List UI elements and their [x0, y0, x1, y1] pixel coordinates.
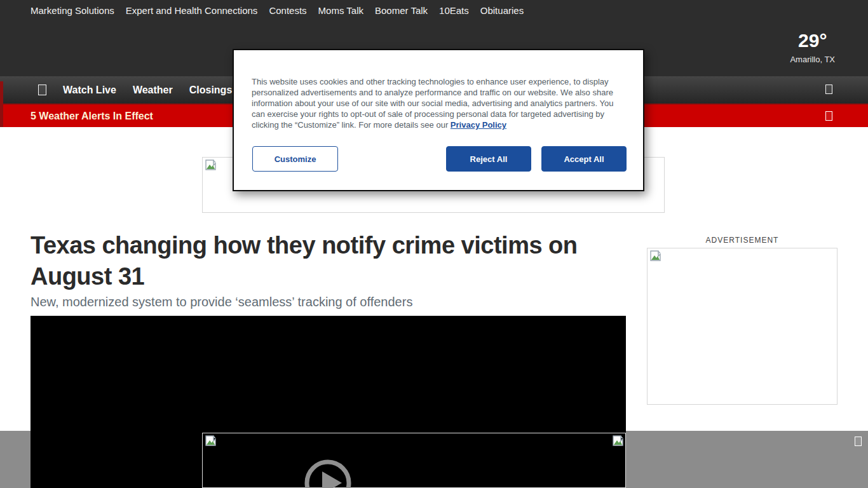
broken-image-icon [205, 159, 216, 170]
customize-button[interactable]: Customize [252, 146, 338, 172]
chevron-right-icon[interactable] [825, 111, 832, 121]
topbar-item-boomer-talk[interactable]: Boomer Talk [375, 5, 428, 16]
article-subheadline: New, modernized system to provide ‘seaml… [31, 295, 628, 309]
reject-all-button[interactable]: Reject All [446, 146, 531, 172]
advertisement-label: ADVERTISEMENT [647, 236, 837, 245]
close-icon[interactable] [855, 437, 862, 446]
weather-alert-text: 5 Weather Alerts In Effect [31, 111, 153, 122]
accept-all-button[interactable]: Accept All [541, 146, 627, 172]
topbar-item-contests[interactable]: Contests [269, 5, 306, 16]
nav-item-weather[interactable]: Weather [133, 85, 173, 96]
broken-image-icon [650, 250, 661, 261]
topbar-item-obituaries[interactable]: Obituaries [480, 5, 524, 16]
topbar-item-10eats[interactable]: 10Eats [439, 5, 469, 16]
nav-item-watch-live[interactable]: Watch Live [63, 85, 116, 96]
cookie-message: This website uses cookies and other trac… [252, 76, 628, 130]
topbar-item-moms-talk[interactable]: Moms Talk [318, 5, 363, 16]
search-icon[interactable] [825, 85, 832, 94]
broken-image-icon [613, 435, 623, 446]
nav-item-closings[interactable]: Closings [189, 85, 233, 96]
weather-temperature: 29° [790, 30, 835, 51]
weather-location: Amarillo, TX [790, 55, 835, 64]
topbar-item-expert-health[interactable]: Expert and Health Connections [126, 5, 258, 16]
topbar-item-marketing-solutions[interactable]: Marketing Solutions [31, 5, 114, 16]
broken-image-icon [205, 435, 216, 446]
top-utility-nav: Marketing Solutions Expert and Health Co… [31, 0, 524, 21]
privacy-policy-link[interactable]: Privacy Policy [451, 120, 506, 130]
menu-icon[interactable] [38, 85, 46, 95]
cookie-consent-dialog: This website uses cookies and other trac… [233, 49, 644, 191]
video-overlay-ad [202, 433, 626, 488]
article-headline: Texas changing how they notify crime vic… [31, 230, 628, 292]
sidebar-ad [647, 248, 837, 405]
cookie-message-text: This website uses cookies and other trac… [252, 77, 613, 130]
play-button-icon[interactable] [302, 458, 353, 488]
weather-widget[interactable]: 29° Amarillo, TX [790, 30, 835, 64]
left-edge-accent [0, 81, 3, 127]
